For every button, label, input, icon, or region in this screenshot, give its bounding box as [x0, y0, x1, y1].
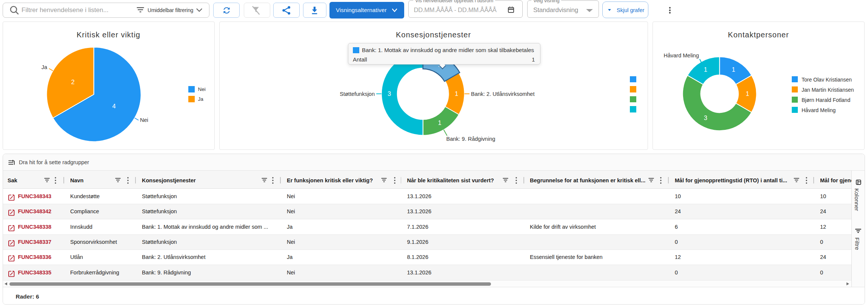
svg-text:4: 4 [112, 103, 115, 109]
svg-text:Bank: 9. Rådgivning: Bank: 9. Rådgivning [446, 136, 495, 142]
svg-text:Bank: 2. Utlånsvirksomhet: Bank: 2. Utlånsvirksomhet [471, 91, 534, 97]
svg-text:1: 1 [732, 66, 735, 73]
svg-text:1: 1 [455, 90, 458, 97]
svg-text:3: 3 [388, 90, 391, 97]
svg-text:Håvard Meling: Håvard Meling [663, 52, 699, 59]
svg-text:3: 3 [704, 114, 707, 121]
svg-text:1: 1 [746, 90, 749, 97]
svg-text:Støttefunksjon: Støttefunksjon [340, 91, 375, 97]
svg-text:1: 1 [704, 66, 707, 73]
svg-text:Nei: Nei [140, 117, 148, 123]
svg-text:1: 1 [438, 119, 441, 126]
svg-text:Ja: Ja [41, 64, 47, 70]
svg-text:2: 2 [71, 79, 74, 85]
